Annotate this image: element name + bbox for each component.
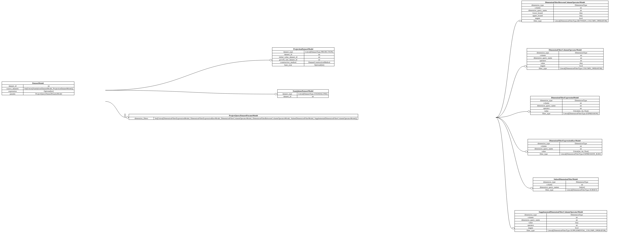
attr-row: dimension_typeDimensionType (530, 99, 599, 102)
attr-row: valueAny (527, 62, 603, 64)
attr-name: dimension_query_name (528, 147, 560, 150)
attr-row: dimension_filterslist[Union[DimensionFil… (129, 117, 358, 120)
attr-name: negate (522, 17, 554, 19)
attr-row: operatorstr (515, 224, 607, 226)
attr-row: columnstr (530, 102, 599, 104)
attr-type: Union[str, int, float] (562, 110, 599, 112)
attr-type: DimensionType (554, 4, 608, 6)
attr-name: filter_type (530, 112, 562, 115)
attr-row: columnstr (528, 145, 602, 147)
attr-type: str (297, 95, 328, 98)
attr-row: dimension_typeDimensionType (522, 4, 608, 6)
attr-type: Literal[DatasetType.PROJECTION] (304, 50, 334, 53)
attr-name: base_year (272, 64, 304, 66)
attr-name: filter_type (522, 19, 554, 22)
attr-name: operator (515, 224, 547, 226)
attr-name: dimension_type (528, 142, 560, 145)
class-ProjectQueryDatasetParamsModel: ProjectQueryDatasetParamsModeldimension_… (129, 114, 358, 120)
attr-name: dataset_id (2, 85, 23, 87)
attr-name: params (2, 92, 23, 95)
attr-name: filter_type (528, 153, 560, 155)
class-DatasetModel: DatasetModeldataset_idstrsource_datasets… (2, 82, 74, 95)
attr-row: columnstr (522, 6, 608, 9)
attr-name: dimension_query_name (522, 9, 554, 11)
attr-type: str (559, 59, 603, 62)
attr-row: dataset_idstr (278, 95, 328, 98)
attr-type: str (304, 58, 334, 61)
attr-type: str (554, 6, 608, 9)
attr-name: value (528, 150, 560, 152)
attr-name: filter_type (527, 67, 559, 69)
attr-type: str (547, 219, 607, 221)
attr-name: dataset_id (272, 53, 304, 56)
attr-type: str (559, 54, 603, 56)
attr-name: column (515, 216, 547, 219)
class-title: ProjectionDatasetModel (272, 47, 334, 50)
attr-name: dimension_query_names (533, 186, 566, 188)
class-title: DimensionFilterExpressionRawModel (528, 139, 602, 142)
attr-name: negate (515, 227, 547, 229)
attr-name: dimension_query_name (515, 219, 547, 221)
attr-name: column (528, 145, 560, 147)
attr-row: dataset_idstr (2, 85, 74, 87)
attr-type: Any (554, 12, 608, 14)
attr-type: Optional[int] (304, 64, 334, 66)
attr-row: paramsProjectQueryDatasetParamsModel (2, 92, 74, 95)
attr-row: dimension_query_namestr (528, 147, 602, 150)
attr-type: DatasetConstructionMethod (304, 61, 334, 63)
attr-type: Any (547, 221, 607, 224)
class-DimensionFilterExpressionRawModel: DimensionFilterExpressionRawModeldimensi… (528, 139, 602, 155)
attr-type: DimensionType (562, 99, 599, 102)
attr-name: filter_type (515, 229, 547, 232)
attr-row: filter_typeLiteral[DimensionFilterType.S… (533, 188, 598, 191)
attr-type: str (304, 56, 334, 58)
attr-name: operator (527, 59, 559, 62)
attr-type: Any (554, 14, 608, 17)
class-DimensionFilterExpressionModel: DimensionFilterExpressionModeldimension_… (530, 96, 600, 115)
class-ProjectionDatasetModel: ProjectionDatasetModeldataset_typeLitera… (272, 47, 334, 66)
attr-name: operator (530, 107, 562, 109)
attr-type: str (559, 57, 603, 59)
attr-row: expressionOptional[str] (2, 90, 74, 92)
attr-row: construction_methodDatasetConstructionMe… (272, 61, 334, 63)
attr-type: str (547, 224, 607, 226)
class-title: DimensionFilterExpressionModel (530, 96, 599, 99)
attr-type: DimensionType (560, 142, 602, 145)
attr-row: operatorstr (530, 107, 599, 109)
attr-name: filter_type (533, 189, 566, 191)
attr-row: filter_typeLiteral[DimensionFilterType.E… (528, 152, 602, 155)
attr-row: upper_boundAny (522, 14, 608, 17)
attr-type: Union[str, int, float] (560, 150, 602, 152)
attr-row: growth_rate_dataset_idstr (272, 58, 334, 61)
attr-type: bool (547, 227, 607, 229)
class-title: DatasetModel (2, 82, 74, 85)
class-title: ProjectQueryDatasetParamsModel (129, 114, 358, 117)
attr-row: dimension_typeDimensionType (515, 214, 607, 216)
attr-row: dimension_query_namestr (527, 56, 603, 59)
attr-name: dataset_id (278, 95, 297, 98)
attr-name: growth_rate_dataset_id (272, 58, 304, 61)
attr-name: dimension_type (522, 4, 554, 6)
attr-name: dimension_type (515, 214, 547, 216)
attr-name: value (527, 62, 559, 64)
attr-type: DimensionType (566, 181, 598, 183)
attr-type: str (554, 9, 608, 11)
attr-row: negatebool (515, 226, 607, 229)
attr-row: valueAny (515, 221, 607, 224)
attr-row: negatebool (527, 64, 603, 67)
class-DimensionFilterColumnOperatorModel: DimensionFilterColumnOperatorModeldimens… (527, 48, 604, 70)
attr-type: Literal[DimensionFilterType.EXPRESSION] (562, 112, 599, 115)
attr-row: dimension_query_namestr (522, 9, 608, 11)
attr-type: str (566, 183, 598, 186)
attr-row: filter_typeLiteral[DimensionFilterType.B… (522, 19, 608, 22)
attr-row: lower_boundAny (522, 11, 608, 14)
attr-name: column (530, 102, 562, 104)
attr-row: columnstr (533, 183, 598, 186)
attr-name: dataset_type (272, 50, 304, 53)
attr-type: DimensionType (559, 51, 603, 54)
attr-row: negatebool (522, 17, 608, 19)
attr-name: dimension_query_name (530, 104, 562, 107)
attr-row: filter_typeLiteral[DimensionFilterType.S… (515, 229, 607, 232)
attr-name: source_datasets (2, 87, 23, 90)
attr-type: Literal[DatasetType.STANDALONE] (297, 92, 328, 95)
